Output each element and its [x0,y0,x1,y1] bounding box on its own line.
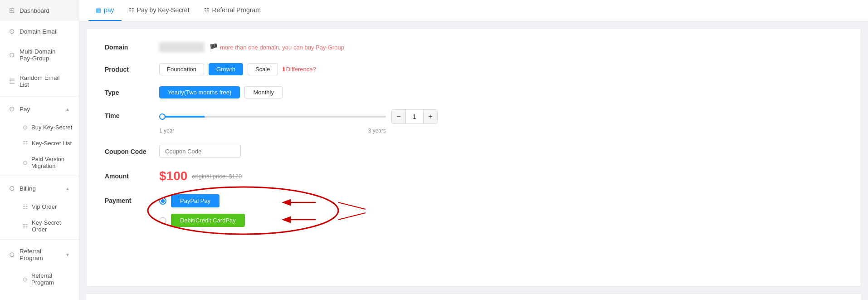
domain-note: 🏴 more than one domain, you can buy Pay-… [209,43,344,52]
stepper-decrease-button[interactable]: − [392,110,405,123]
time-content: − 1 + 1 year 3 years [159,109,438,134]
paid-migration-icon: ⊙ [23,159,28,166]
slider-min-label: 1 year [159,128,174,134]
stepper-value: 1 [405,110,424,123]
sidebar-item-buy-key-secret[interactable]: ⊙ Buy Key-Secret [19,119,79,135]
vip-order-icon: ☷ [23,203,28,210]
main-area: ▦ pay ☷ Pay by Key-Secret ☷ Referral Pro… [79,0,868,300]
type-monthly-button[interactable]: Monthly [244,86,283,98]
multi-domain-icon: ⊙ [9,51,15,59]
sidebar-item-referral[interactable]: ⊙ Referral Program ▼ [0,241,79,268]
sidebar-item-pay[interactable]: ⊙ Pay ▲ [0,98,79,119]
sidebar-item-key-secret-order[interactable]: ☷ Key-Secret Order [19,215,79,237]
sidebar: ⊞ Dashboard ⊙ Domain Email ⊙ Multi-Domai… [0,0,79,300]
pay-expand-icon: ▲ [65,107,70,112]
paypal-pay-button[interactable]: PayPal Pay [171,194,219,207]
pay-icon: ⊙ [9,105,15,113]
random-email-icon: ☰ [9,77,15,85]
payment-paypal-option: PayPal Pay [159,194,245,207]
domain-content: 🏴 more than one domain, you can buy Pay-… [159,42,344,52]
referral-icon: ⊙ [9,251,15,259]
referral-expand-icon: ▼ [65,252,70,257]
billing-icon: ⊙ [9,184,15,192]
svg-line-4 [338,213,366,220]
amount-price: $100 [159,169,187,183]
payment-label: Payment [105,194,159,204]
sidebar-item-paid-version-migration[interactable]: ⊙ Paid Version Migration [19,151,79,174]
product-content: Foundation Growth Scale ℹ Difference? [159,63,316,75]
time-slider[interactable] [159,116,386,118]
difference-link[interactable]: ℹ Difference? [283,66,316,73]
key-secret-order-icon: ☷ [23,223,28,230]
tab-bar: ▦ pay ☷ Pay by Key-Secret ☷ Referral Pro… [79,0,868,21]
payment-row: Payment [105,194,843,227]
domain-email-icon: ⊙ [9,27,15,35]
referral-sub-icon: ⊙ [23,276,28,283]
paypal-radio[interactable] [159,197,166,205]
coupon-row: Coupon Code [105,145,843,158]
sidebar-item-referral-program[interactable]: ⊙ Referral Program [19,268,79,290]
payment-options-wrapper: PayPal Pay Debit/Credit CardPay [159,194,245,227]
billing-expand-icon: ▲ [65,186,70,191]
sidebar-item-domain-email[interactable]: ⊙ Domain Email [0,21,79,42]
sidebar-item-vip-order[interactable]: ☷ Vip Order [19,199,79,215]
sidebar-item-multi-domain[interactable]: ⊙ Multi-Domain Pay-Group [0,42,79,68]
tab-pay[interactable]: ▦ pay [88,0,122,21]
product-growth-button[interactable]: Growth [209,63,243,75]
key-secret-list-icon: ☷ [23,140,28,147]
debit-card-pay-button[interactable]: Debit/Credit CardPay [171,214,245,227]
product-scale-button[interactable]: Scale [248,63,278,75]
type-content: Yearly(Two months free) Monthly [159,86,283,98]
type-row: Type Yearly(Two months free) Monthly [105,86,843,98]
pay-submenu: ⊙ Buy Key-Secret ☷ Key-Secret List ⊙ Pai… [0,119,79,174]
slider-container: − 1 + [159,109,438,124]
payment-options: PayPal Pay Debit/Credit CardPay [159,194,245,227]
coupon-input[interactable] [159,145,241,158]
sidebar-item-billing[interactable]: ⊙ Billing ▲ [0,178,79,199]
svg-line-3 [338,202,366,209]
type-label: Type [105,89,159,96]
domain-value [159,42,205,52]
tab-pay-icon: ▦ [96,7,101,14]
amount-label: Amount [105,172,159,180]
slider-max-label: 3 years [368,128,386,134]
type-yearly-button[interactable]: Yearly(Two months free) [159,86,240,98]
sidebar-item-dashboard[interactable]: ⊞ Dashboard [0,0,79,21]
amount-original-price: original price: $120 [192,173,242,180]
stepper-increase-button[interactable]: + [424,110,437,123]
dashboard-icon: ⊞ [9,6,15,15]
slider-labels: 1 year 3 years [159,128,386,134]
time-row: Time − 1 + 1 year 3 years [105,109,843,134]
product-foundation-button[interactable]: Foundation [159,63,204,75]
time-label: Time [105,109,159,119]
coupon-label: Coupon Code [105,148,159,155]
sidebar-item-random-email[interactable]: ☰ Random Email List [0,68,79,94]
tab-referral-icon: ☷ [204,7,210,14]
buy-key-secret-icon: ⊙ [23,124,28,131]
amount-row: Amount $100 original price: $120 [105,169,843,183]
flag-icon: 🏴 [209,43,218,52]
amount-content: $100 original price: $120 [159,169,242,183]
info-icon: ℹ [283,66,285,73]
tab-referral-program[interactable]: ☷ Referral Program [197,0,268,21]
bottom-scrollbar[interactable] [86,294,861,300]
tab-key-secret-icon: ☷ [129,7,134,14]
referral-submenu: ⊙ Referral Program [0,268,79,290]
debit-radio[interactable] [159,217,166,224]
payment-debit-option: Debit/Credit CardPay [159,214,245,227]
content-area: Domain 🏴 more than one domain, you can b… [86,28,861,287]
product-row: Product Foundation Growth Scale ℹ Differ… [105,63,843,75]
coupon-content [159,145,241,158]
time-stepper: − 1 + [391,109,438,124]
domain-row: Domain 🏴 more than one domain, you can b… [105,42,843,52]
domain-label: Domain [105,44,159,51]
product-label: Product [105,66,159,73]
tab-pay-by-key-secret[interactable]: ☷ Pay by Key-Secret [122,0,197,21]
billing-submenu: ☷ Vip Order ☷ Key-Secret Order [0,199,79,237]
sidebar-item-key-secret-list[interactable]: ☷ Key-Secret List [19,135,79,151]
